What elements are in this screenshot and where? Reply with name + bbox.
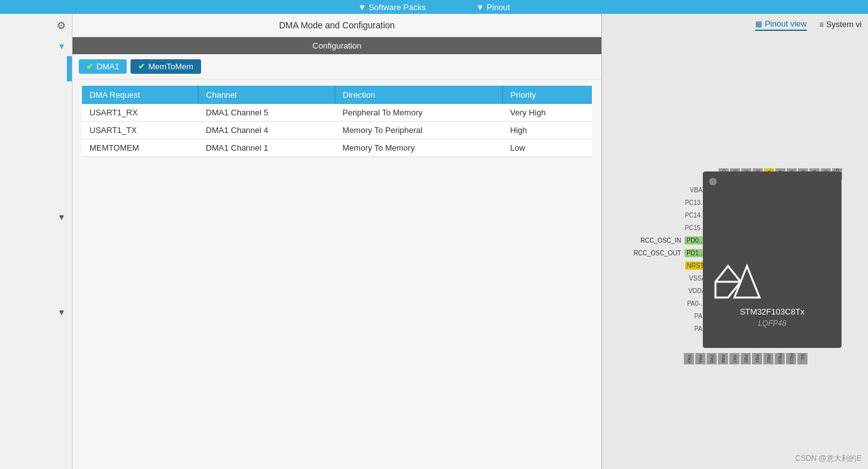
cell-direction-1: Peripheral To Memory [335,104,502,122]
pin-pb10: PB10 [775,353,785,364]
pin-label-vssa: VSSA [634,272,709,284]
pin-label-vdda: VDDA [634,285,709,296]
check-icon: ✔ [86,62,93,71]
system-view-label: System vi [826,20,862,29]
cell-priority-2: High [502,122,592,139]
cell-direction-3: Memory To Memory [335,139,502,157]
pin-rcc-osc-out: RCC_OSC_OUT PD1... [634,247,709,258]
sidebar-section-3: ▼ [0,303,72,322]
tab-pinout-view[interactable]: ▦ Pinout view [755,19,806,31]
chip-model-label: STM32F103C8Tx [740,307,805,316]
pin-pa5: PA5 [707,353,717,364]
chevron-down-icon: ▼ [57,308,66,317]
pin-label-pa1: PA1 [634,310,709,321]
bottom-pins: PA3 PA4 PA5 PA6 PA7 PB0 PB1 PB2 PB10 PB1… [684,353,807,364]
col-dma-request: DMA Request [82,86,199,104]
chip-orientation-dot [709,178,717,185]
cell-priority-3: Low [502,139,592,157]
cell-direction-2: Memory To Peripheral [335,122,502,139]
cell-channel-1: DMA1 Channel 5 [199,104,335,122]
gear-icon-area: ⚙ [0,17,72,37]
chevron-down-icon: ▼ [57,42,66,51]
main-layout: ⚙ ▼ ▼ ▼ DMA Mode and Configuration Confi… [0,14,868,469]
chip-area: VDD VSS PB8 PB8 BOO.. PB7 PB6 PB5 PB4 PB… [621,45,868,469]
tab-dma1[interactable]: ✔ DMA1 [79,59,127,74]
stm-logo [712,263,763,301]
sidebar-active-section [0,56,72,81]
table-row[interactable]: USART1_RX DMA1 Channel 5 Peripheral To M… [82,104,592,122]
cell-request-1: USART1_RX [82,104,199,122]
top-bar: ▼ Software Packs ▼ Pinout [0,0,868,14]
col-channel: Channel [199,86,335,104]
sidebar-chevron-3[interactable]: ▼ [0,303,72,322]
dma-table: DMA Request Channel Direction Priority U… [82,86,592,157]
table-row[interactable]: MEMTOMEM DMA1 Channel 1 Memory To Memory… [82,139,592,157]
pin-label-nrst: NRST [634,260,709,271]
pin-pa6: PA6 [718,353,728,364]
pin-pa7: PA7 [729,353,739,364]
sidebar-chevron-1[interactable]: ▼ [0,37,72,56]
check-icon: ✔ [138,62,145,71]
pinout-menu[interactable]: ▼ Pinout [476,3,510,12]
left-pin-labels: VBAT PC13... PC14... PC15... RCC_OSC_IN … [634,184,709,334]
table-header-row: DMA Request Channel Direction Priority [82,86,592,104]
config-header: Configuration [72,37,601,54]
pin-pa4: PA4 [695,353,705,364]
grid-icon: ▦ [755,20,762,28]
cell-request-3: MEMTOMEM [82,139,199,157]
chevron-down-icon: ▼ [57,212,66,222]
pin-pb11: PB11 [786,353,796,364]
software-packs-label: Software Packs [369,3,425,12]
pin-label-vbat: VBAT [634,184,709,195]
list-icon: ≡ [819,20,824,29]
tab-memtomem[interactable]: ✔ MemToMem [130,59,201,74]
pin-label-pc14: PC14... [634,209,709,221]
pin-pb1: PB1 [752,353,762,364]
sidebar-section-2: ▼ [0,207,72,227]
tabs-row: ✔ DMA1 ✔ MemToMem [72,54,601,79]
chevron-down-icon: ▼ [476,3,484,12]
cell-priority-1: Very High [502,104,592,122]
pin-pb0: PB0 [741,353,751,364]
dma-title: DMA Mode and Configuration [72,14,601,37]
cell-channel-3: DMA1 Channel 1 [199,139,335,157]
watermark: CSDN @意大利的E [795,453,862,464]
gear-icon[interactable]: ⚙ [57,20,66,32]
pin-rcc-osc-in: RCC_OSC_IN PD0... [634,234,709,246]
pin-ss: SS... [797,353,807,364]
pin-label-pa2: PA2 [634,323,709,334]
pinout-view-label: Pinout view [765,19,806,28]
right-panel: ▦ Pinout view ≡ System vi VDD VSS PB8 PB… [602,14,868,469]
col-direction: Direction [335,86,502,104]
pin-label-pc13: PC13... [634,197,709,208]
table-row[interactable]: USART1_TX DMA1 Channel 4 Memory To Perip… [82,122,592,139]
pin-label-pc15: PC15... [634,222,709,233]
pin-pa3: PA3 [684,353,694,364]
sidebar-section-1: ▼ [0,37,72,56]
tab-dma1-label: DMA1 [96,62,119,71]
software-packs-menu[interactable]: ▼ Software Packs [358,3,425,12]
chevron-down-icon: ▼ [358,3,366,12]
chip-body: STM32F103C8Tx LQFP48 [703,171,842,348]
col-priority: Priority [502,86,592,104]
chip-package-label: LQFP48 [758,319,787,328]
cell-request-2: USART1_TX [82,122,199,139]
left-sidebar: ⚙ ▼ ▼ ▼ [0,14,72,469]
tab-system-view[interactable]: ≡ System vi [819,19,862,31]
pinout-label: Pinout [487,3,510,12]
cell-channel-2: DMA1 Channel 4 [199,122,335,139]
right-top-tabs: ▦ Pinout view ≡ System vi [602,14,868,36]
pin-pb2: PB2 [763,353,773,364]
tab-memtomem-label: MemToMem [148,62,194,71]
sidebar-chevron-2[interactable]: ▼ [0,207,72,227]
center-content: DMA Mode and Configuration Configuration… [72,14,602,469]
pin-label-pa0: PA0-... [634,298,709,309]
active-indicator [67,56,72,81]
